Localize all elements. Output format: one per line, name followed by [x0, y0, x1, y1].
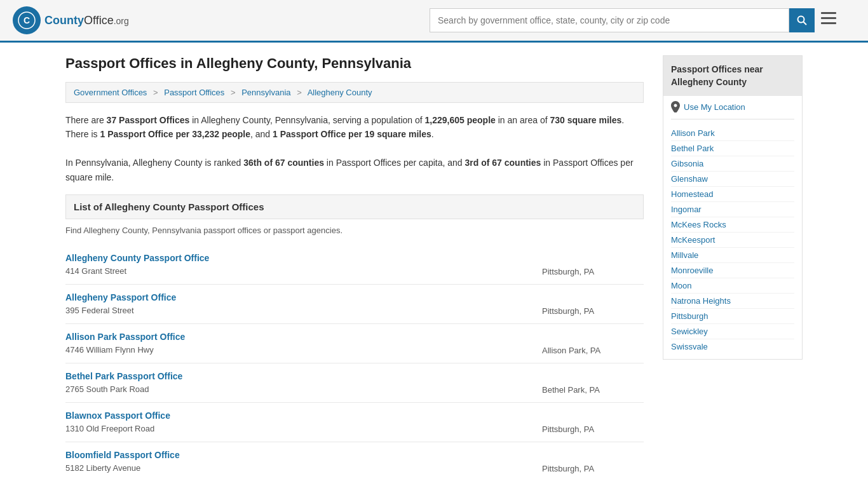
breadcrumb-link-gov[interactable]: Government Offices — [74, 88, 147, 97]
office-address: 1310 Old Freeport Road — [65, 424, 154, 433]
logo-text: CountyOffice.org — [44, 14, 129, 27]
stats-paragraph-2: In Pennsylvania, Allegheny County is ran… — [65, 156, 644, 184]
sidebar-city-link[interactable]: McKees Rocks — [671, 217, 794, 233]
site-header: C CountyOffice.org — [0, 0, 868, 43]
office-name-link[interactable]: Bethel Park Passport Office — [65, 371, 542, 381]
breadcrumb-sep-1: > — [153, 88, 158, 97]
svg-text:C: C — [24, 15, 30, 25]
office-info: Bethel Park Passport Office 2765 South P… — [65, 371, 542, 394]
list-item: Allegheny Passport Office 395 Federal St… — [65, 285, 644, 324]
sidebar-city-link[interactable]: Millvale — [671, 248, 794, 263]
sidebar-city-link[interactable]: Allison Park — [671, 126, 794, 141]
stats-per-sqmi: 1 Passport Office per 19 square miles — [273, 129, 431, 139]
hamburger-menu-button[interactable] — [821, 12, 836, 29]
stats-area: 730 — [550, 115, 564, 125]
list-item: Allison Park Passport Office 4746 Willia… — [65, 324, 644, 363]
stats-section: There are 37 Passport Offices in Alleghe… — [65, 113, 644, 184]
office-address: 395 Federal Street — [65, 306, 134, 315]
list-item: Bethel Park Passport Office 2765 South P… — [65, 363, 644, 403]
office-address: 4746 William Flynn Hwy — [65, 345, 154, 355]
office-city: Pittsburgh, PA — [542, 450, 644, 473]
office-city: Pittsburgh, PA — [542, 253, 644, 276]
sidebar-box: Passport Offices near Allegheny County U… — [663, 55, 803, 360]
office-address: 2765 South Park Road — [65, 384, 149, 394]
sidebar-links: Use My Location Allison ParkBethel ParkG… — [663, 96, 802, 359]
office-info: Allegheny Passport Office 395 Federal St… — [65, 292, 542, 315]
svg-rect-4 — [821, 12, 836, 14]
office-city: Pittsburgh, PA — [542, 410, 644, 434]
page-title: Passport Offices in Allegheny County, Pe… — [65, 55, 644, 72]
logo-icon: C — [13, 6, 41, 34]
breadcrumb: Government Offices > Passport Offices > … — [65, 82, 644, 103]
office-info: Allison Park Passport Office 4746 Willia… — [65, 332, 542, 355]
office-name-link[interactable]: Bloomfield Passport Office — [65, 450, 542, 460]
office-city: Allison Park, PA — [542, 332, 644, 355]
sidebar-city-link[interactable]: Natrona Heights — [671, 294, 794, 309]
content-area: Passport Offices in Allegheny County, Pe… — [65, 55, 644, 481]
office-name-link[interactable]: Allegheny County Passport Office — [65, 253, 542, 263]
stats-population: 1,229,605 — [425, 115, 465, 125]
office-info: Allegheny County Passport Office 414 Gra… — [65, 253, 542, 276]
sidebar-city-link[interactable]: Homestead — [671, 187, 794, 202]
stats-rank-sqmi: 3rd of 67 counties — [465, 158, 541, 168]
main-container: Passport Offices in Allegheny County, Pe… — [53, 43, 815, 488]
svg-rect-5 — [821, 17, 836, 19]
breadcrumb-sep-3: > — [297, 88, 302, 97]
sidebar-title: Passport Offices near Allegheny County — [663, 56, 802, 96]
breadcrumb-link-passport[interactable]: Passport Offices — [164, 88, 224, 97]
office-info: Bloomfield Passport Office 5182 Liberty … — [65, 450, 542, 473]
list-item: Allegheny County Passport Office 414 Gra… — [65, 245, 644, 285]
office-name-link[interactable]: Allison Park Passport Office — [65, 332, 542, 342]
office-city: Bethel Park, PA — [542, 371, 644, 395]
office-list: Allegheny County Passport Office 414 Gra… — [65, 245, 644, 481]
office-city: Pittsburgh, PA — [542, 292, 644, 316]
office-address: 5182 Liberty Avenue — [65, 463, 140, 473]
location-icon — [671, 101, 680, 112]
stats-count: 37 — [107, 115, 117, 125]
stats-type: Passport Offices — [119, 115, 189, 125]
office-info: Blawnox Passport Office 1310 Old Freepor… — [65, 410, 542, 433]
sidebar: Passport Offices near Allegheny County U… — [663, 55, 803, 481]
sidebar-city-link[interactable]: Pittsburgh — [671, 309, 794, 324]
office-address: 414 Grant Street — [65, 266, 126, 276]
stats-paragraph-1: There are 37 Passport Offices in Alleghe… — [65, 113, 644, 142]
office-name-link[interactable]: Allegheny Passport Office — [65, 292, 542, 302]
sidebar-city-link[interactable]: McKeesport — [671, 233, 794, 248]
sidebar-city-link[interactable]: Moon — [671, 278, 794, 294]
sidebar-city-link[interactable]: Glenshaw — [671, 172, 794, 187]
sidebar-divider — [671, 119, 794, 119]
stats-rank-capita: 36th of 67 counties — [243, 158, 324, 168]
list-item: Blawnox Passport Office 1310 Old Freepor… — [65, 403, 644, 442]
use-location-label: Use My Location — [684, 102, 745, 112]
sidebar-city-link[interactable]: Monroeville — [671, 263, 794, 278]
office-name-link[interactable]: Blawnox Passport Office — [65, 410, 542, 421]
sidebar-city-link[interactable]: Bethel Park — [671, 141, 794, 156]
sidebar-city-link[interactable]: Swissvale — [671, 339, 794, 354]
list-section-header: List of Allegheny County Passport Office… — [65, 194, 644, 219]
search-input[interactable] — [430, 8, 789, 32]
sidebar-city-links: Allison ParkBethel ParkGibsoniaGlenshawH… — [671, 126, 794, 354]
sidebar-city-link[interactable]: Sewickley — [671, 324, 794, 339]
list-intro: Find Allegheny County, Pennsylvania pass… — [65, 226, 644, 235]
search-button[interactable] — [789, 8, 815, 32]
breadcrumb-link-county[interactable]: Allegheny County — [308, 88, 372, 97]
stats-per-people: 1 Passport Office per 33,232 people — [100, 129, 250, 139]
sidebar-city-link[interactable]: Gibsonia — [671, 156, 794, 172]
search-area — [430, 8, 836, 32]
logo: C CountyOffice.org — [13, 6, 129, 34]
svg-line-3 — [803, 22, 806, 25]
breadcrumb-link-pa[interactable]: Pennsylvania — [241, 88, 290, 97]
svg-rect-6 — [821, 22, 836, 24]
use-location-button[interactable]: Use My Location — [671, 101, 745, 112]
list-item: Bloomfield Passport Office 5182 Liberty … — [65, 442, 644, 481]
breadcrumb-sep-2: > — [231, 88, 236, 97]
sidebar-city-link[interactable]: Ingomar — [671, 202, 794, 217]
